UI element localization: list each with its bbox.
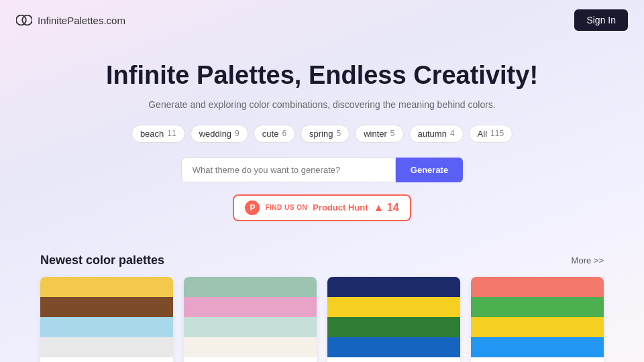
section-title: Newest color palettes bbox=[40, 253, 164, 267]
tag-count: 11 bbox=[167, 129, 176, 138]
tag-count: 9 bbox=[235, 129, 239, 138]
section-header: Newest color palettes More >> bbox=[40, 253, 604, 267]
palette-info: le bassin aux nympheas: Water... This co… bbox=[184, 357, 317, 362]
tag-item[interactable]: spring 5 bbox=[301, 125, 350, 143]
tag-count: 5 bbox=[390, 129, 395, 138]
color-stripe bbox=[184, 297, 317, 317]
tag-label: spring bbox=[309, 129, 333, 139]
color-stripe bbox=[40, 317, 173, 337]
header: InfinitePalettes.com Sign In bbox=[0, 0, 644, 40]
generate-button[interactable]: Generate bbox=[396, 158, 463, 182]
palette-colors bbox=[327, 277, 460, 357]
tag-label: cute bbox=[262, 129, 279, 139]
palette-card[interactable]: les tournesols: Sunflower Yello... This … bbox=[40, 277, 173, 362]
sign-in-button[interactable]: Sign In bbox=[574, 9, 628, 31]
color-stripe bbox=[40, 277, 173, 297]
tag-item[interactable]: wedding 9 bbox=[191, 125, 248, 143]
tag-count: 5 bbox=[336, 129, 341, 138]
color-stripe bbox=[327, 297, 460, 317]
palette-grid: les tournesols: Sunflower Yello... This … bbox=[40, 277, 604, 362]
color-stripe bbox=[40, 297, 173, 317]
color-stripe bbox=[40, 337, 173, 357]
logo: InfinitePalettes.com bbox=[16, 15, 125, 26]
palettes-section: Newest color palettes More >> les tourne… bbox=[0, 253, 644, 362]
tag-label: winter bbox=[364, 129, 387, 139]
color-stripe bbox=[471, 337, 604, 357]
color-stripe bbox=[184, 337, 317, 357]
search-row: Generate bbox=[13, 158, 631, 182]
palette-info: summer with watermelon:... This color co… bbox=[471, 357, 604, 362]
color-stripe bbox=[327, 277, 460, 297]
color-stripe bbox=[184, 317, 317, 337]
tag-label: beach bbox=[140, 129, 164, 139]
product-hunt-count: ▲ 14 bbox=[374, 202, 399, 214]
color-stripe bbox=[184, 277, 317, 297]
color-stripe bbox=[327, 337, 460, 357]
color-stripe bbox=[471, 277, 604, 297]
hero-section: Infinite Palettes, Endless Creativity! G… bbox=[0, 40, 644, 253]
palette-card[interactable]: le bassin aux nympheas: Water... This co… bbox=[184, 277, 317, 362]
palette-colors bbox=[471, 277, 604, 357]
find-us-text: FIND US ON bbox=[265, 204, 307, 211]
palette-colors bbox=[40, 277, 173, 357]
product-hunt-button[interactable]: P FIND US ON Product Hunt ▲ 14 bbox=[233, 194, 411, 221]
tag-label: wedding bbox=[199, 129, 231, 139]
tag-item[interactable]: autumn 4 bbox=[409, 125, 464, 143]
palette-card[interactable]: summer with watermelon:... This color co… bbox=[471, 277, 604, 362]
tag-list: beach 11wedding 9cute 6spring 5winter 5a… bbox=[13, 125, 631, 143]
tag-count: 115 bbox=[490, 129, 504, 138]
palette-info: van gogh's starry night:... This color c… bbox=[327, 357, 460, 362]
color-stripe bbox=[471, 297, 604, 317]
color-stripe bbox=[327, 317, 460, 337]
tag-label: autumn bbox=[418, 129, 447, 139]
svg-point-1 bbox=[22, 15, 32, 25]
product-hunt-label: Product Hunt bbox=[313, 202, 368, 213]
product-hunt-icon: P bbox=[245, 200, 260, 215]
more-link[interactable]: More >> bbox=[572, 255, 604, 265]
logo-text: InfinitePalettes.com bbox=[38, 15, 125, 26]
palette-info: les tournesols: Sunflower Yello... This … bbox=[40, 357, 173, 362]
tag-item[interactable]: beach 11 bbox=[131, 125, 185, 143]
color-stripe bbox=[471, 317, 604, 337]
logo-icon bbox=[16, 15, 32, 25]
palette-colors bbox=[184, 277, 317, 357]
hero-subtitle: Generate and exploring color combination… bbox=[13, 99, 631, 110]
product-hunt-badge: P FIND US ON Product Hunt ▲ 14 bbox=[13, 194, 631, 221]
hero-title: Infinite Palettes, Endless Creativity! bbox=[13, 60, 631, 91]
tag-item[interactable]: All 115 bbox=[469, 125, 513, 143]
tag-item[interactable]: winter 5 bbox=[355, 125, 403, 143]
palette-card[interactable]: van gogh's starry night:... This color c… bbox=[327, 277, 460, 362]
tag-count: 4 bbox=[450, 129, 455, 138]
tag-count: 6 bbox=[282, 129, 286, 138]
tag-item[interactable]: cute 6 bbox=[254, 125, 295, 143]
tag-label: All bbox=[478, 129, 487, 139]
search-input[interactable] bbox=[181, 158, 396, 182]
